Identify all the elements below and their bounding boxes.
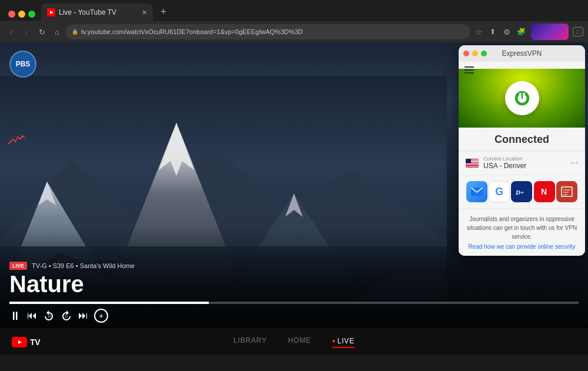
bottom-nav: TV LIBRARY HOME • LIVE bbox=[0, 329, 588, 355]
toolbar-icons: ☆ ⬆ ⚙ 🧩 bbox=[472, 25, 527, 38]
svg-text:10: 10 bbox=[65, 315, 68, 318]
main-content: PBS LIVE TV-G • S39 E6 • Santa's Wild Ho… bbox=[0, 42, 588, 329]
promo-link[interactable]: Read how we can provide online security bbox=[466, 243, 578, 250]
svg-rect-21 bbox=[562, 187, 572, 196]
vpn-body: Connected Current Location USA - Denver … bbox=[459, 62, 585, 256]
vpn-gradient-area bbox=[459, 69, 585, 128]
replay-button[interactable]: 10 bbox=[43, 310, 55, 322]
google-app-icon[interactable]: G bbox=[489, 181, 510, 202]
tab-close-icon[interactable]: ✕ bbox=[142, 9, 147, 16]
browser-chrome: ▶ Live - YouTube TV ✕ + ‹ › ↻ ⌂ 🔒 tv.you… bbox=[0, 0, 588, 42]
svg-text:10: 10 bbox=[48, 315, 51, 318]
svg-marker-25 bbox=[18, 340, 22, 344]
location-row[interactable]: Current Location USA - Denver ··· bbox=[459, 151, 585, 175]
yt-logo-icon bbox=[12, 337, 27, 347]
add-button[interactable]: + bbox=[94, 309, 108, 323]
vpn-popup: ExpressVPN bbox=[459, 45, 585, 256]
address-bar-row: ‹ › ↻ ⌂ 🔒 tv.youtube.com/watch/xOcuRU61D… bbox=[0, 21, 588, 42]
vpn-traffic-lights bbox=[463, 51, 487, 56]
location-left: Current Location USA - Denver bbox=[466, 156, 526, 170]
vpn-extension-badge[interactable] bbox=[531, 24, 569, 40]
video-meta: TV-G • S39 E6 • Santa's Wild Home bbox=[32, 262, 135, 269]
previous-button[interactable]: ⏮ bbox=[27, 310, 37, 322]
location-value: USA - Denver bbox=[483, 162, 526, 170]
url-text: tv.youtube.com/watch/xOcuRU61DE?onboard=… bbox=[81, 28, 303, 35]
forward-button[interactable]: › bbox=[20, 25, 33, 38]
video-title: Nature bbox=[9, 271, 579, 297]
nav-item-home[interactable]: HOME bbox=[288, 336, 311, 348]
controls-row: ⏸ ⏮ 10 10 ⏭ + bbox=[9, 304, 579, 329]
live-badge-row: LIVE TV-G • S39 E6 • Santa's Wild Home bbox=[9, 262, 579, 270]
next-button[interactable]: ⏭ bbox=[78, 310, 88, 322]
location-more-icon[interactable]: ··· bbox=[570, 158, 578, 168]
location-label: Current Location bbox=[483, 156, 526, 162]
vpn-close-button[interactable] bbox=[463, 51, 469, 56]
us-flag bbox=[466, 159, 479, 168]
location-details: Current Location USA - Denver bbox=[483, 156, 526, 170]
playback-indicator bbox=[8, 133, 25, 147]
active-tab[interactable]: ▶ Live - YouTube TV ✕ bbox=[41, 4, 153, 21]
svg-text:D+: D+ bbox=[515, 189, 524, 196]
nav-item-live[interactable]: • LIVE bbox=[332, 336, 355, 348]
promo-text: Journalists and organizers in oppressive… bbox=[466, 215, 578, 241]
back-button[interactable]: ‹ bbox=[5, 25, 18, 38]
power-button[interactable] bbox=[505, 81, 539, 115]
mail-app-icon[interactable] bbox=[466, 181, 487, 202]
netflix-app-icon[interactable]: N bbox=[534, 181, 555, 202]
reload-button[interactable]: ↻ bbox=[35, 25, 48, 38]
home-button[interactable]: ⌂ bbox=[51, 25, 64, 38]
app-icons-row: G D+ N bbox=[459, 175, 585, 208]
close-traffic-light[interactable] bbox=[8, 11, 15, 18]
forward-button[interactable]: 10 bbox=[61, 310, 72, 322]
tab-title: Live - YouTube TV bbox=[59, 8, 138, 16]
vpn-menu-button[interactable] bbox=[465, 66, 474, 73]
disney-app-icon[interactable]: D+ bbox=[511, 181, 532, 202]
play-pause-button[interactable]: ⏸ bbox=[9, 309, 21, 323]
new-tab-icon: + bbox=[161, 6, 167, 18]
address-bar[interactable]: 🔒 tv.youtube.com/watch/xOcuRU61DE?onboar… bbox=[66, 24, 470, 39]
vpn-titlebar: ExpressVPN bbox=[459, 45, 585, 62]
nav-item-library[interactable]: LIBRARY bbox=[233, 336, 267, 348]
maximize-traffic-light[interactable] bbox=[28, 11, 35, 18]
minimize-traffic-light[interactable] bbox=[18, 11, 25, 18]
extensions-icon[interactable]: 🧩 bbox=[514, 25, 527, 38]
live-badge: LIVE bbox=[9, 262, 27, 270]
fullscreen-button[interactable]: ⛶ bbox=[573, 27, 583, 36]
lock-icon: 🔒 bbox=[72, 29, 78, 35]
tab-bar: ▶ Live - YouTube TV ✕ + bbox=[0, 0, 588, 21]
pbs-logo: PBS bbox=[9, 51, 36, 78]
live-dot: • bbox=[332, 336, 336, 346]
share-icon[interactable]: ⬆ bbox=[486, 25, 499, 38]
vpn-promo-section: Journalists and organizers in oppressive… bbox=[459, 208, 585, 256]
news-app-icon[interactable] bbox=[556, 181, 577, 202]
vpn-app-title: ExpressVPN bbox=[502, 49, 542, 58]
vpn-minimize-button[interactable] bbox=[472, 51, 478, 56]
svg-text:N: N bbox=[541, 187, 547, 196]
new-tab-button[interactable]: + bbox=[155, 5, 172, 21]
bookmark-icon[interactable]: ☆ bbox=[472, 25, 485, 38]
yt-logo-text: TV bbox=[30, 337, 40, 347]
traffic-lights bbox=[5, 11, 39, 21]
nav-items: LIBRARY HOME • LIVE bbox=[233, 336, 355, 348]
settings-icon[interactable]: ⚙ bbox=[500, 25, 513, 38]
vpn-maximize-button[interactable] bbox=[481, 51, 487, 56]
tab-favicon: ▶ bbox=[47, 8, 55, 16]
connected-status: Connected bbox=[459, 128, 585, 151]
